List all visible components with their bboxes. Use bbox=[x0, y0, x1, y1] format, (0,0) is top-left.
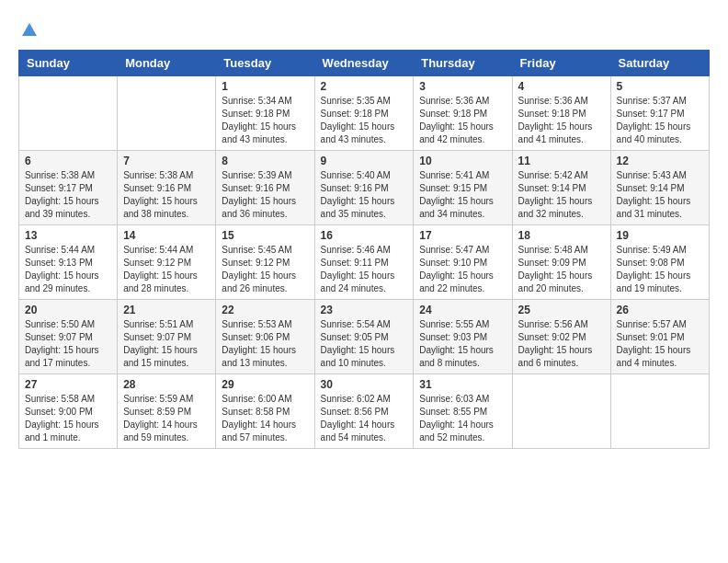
day-info: Sunrise: 6:03 AM Sunset: 8:55 PM Dayligh… bbox=[419, 393, 506, 444]
calendar-cell: 22Sunrise: 5:53 AM Sunset: 9:06 PM Dayli… bbox=[216, 300, 314, 374]
day-info: Sunrise: 5:46 AM Sunset: 9:11 PM Dayligh… bbox=[321, 244, 408, 295]
logo-icon bbox=[20, 21, 39, 40]
day-number: 2 bbox=[321, 80, 408, 93]
day-number: 24 bbox=[419, 304, 506, 316]
calendar-cell: 2Sunrise: 5:35 AM Sunset: 9:18 PM Daylig… bbox=[314, 76, 414, 151]
day-info: Sunrise: 5:55 AM Sunset: 9:03 PM Dayligh… bbox=[419, 318, 506, 370]
calendar-cell bbox=[19, 76, 118, 151]
calendar-cell: 9Sunrise: 5:40 AM Sunset: 9:16 PM Daylig… bbox=[314, 151, 414, 225]
logo-text bbox=[18, 18, 39, 40]
day-number: 26 bbox=[617, 304, 703, 316]
calendar-cell: 12Sunrise: 5:43 AM Sunset: 9:14 PM Dayli… bbox=[610, 151, 709, 225]
calendar-cell: 25Sunrise: 5:56 AM Sunset: 9:02 PM Dayli… bbox=[512, 300, 610, 374]
calendar-cell: 13Sunrise: 5:44 AM Sunset: 9:13 PM Dayli… bbox=[19, 225, 118, 300]
day-info: Sunrise: 5:45 AM Sunset: 9:12 PM Dayligh… bbox=[222, 244, 308, 295]
calendar-cell: 29Sunrise: 6:00 AM Sunset: 8:58 PM Dayli… bbox=[216, 374, 314, 449]
day-number: 14 bbox=[123, 229, 210, 242]
day-info: Sunrise: 6:02 AM Sunset: 8:56 PM Dayligh… bbox=[321, 393, 408, 444]
weekday-header: Sunday bbox=[19, 51, 118, 76]
day-info: Sunrise: 5:53 AM Sunset: 9:06 PM Dayligh… bbox=[222, 318, 308, 370]
calendar-cell: 10Sunrise: 5:41 AM Sunset: 9:15 PM Dayli… bbox=[414, 151, 512, 225]
calendar-cell: 24Sunrise: 5:55 AM Sunset: 9:03 PM Dayli… bbox=[414, 300, 512, 374]
day-number: 3 bbox=[419, 80, 506, 93]
logo bbox=[18, 18, 39, 40]
day-info: Sunrise: 5:50 AM Sunset: 9:07 PM Dayligh… bbox=[25, 318, 111, 370]
header bbox=[18, 18, 710, 40]
calendar-cell: 18Sunrise: 5:48 AM Sunset: 9:09 PM Dayli… bbox=[512, 225, 610, 300]
day-info: Sunrise: 5:44 AM Sunset: 9:13 PM Dayligh… bbox=[25, 244, 111, 295]
calendar-header-row: SundayMondayTuesdayWednesdayThursdayFrid… bbox=[19, 51, 710, 76]
day-number: 21 bbox=[123, 304, 210, 316]
weekday-header: Wednesday bbox=[314, 51, 414, 76]
calendar-table: SundayMondayTuesdayWednesdayThursdayFrid… bbox=[18, 50, 710, 449]
day-number: 7 bbox=[123, 155, 210, 167]
day-number: 8 bbox=[222, 155, 308, 167]
weekday-header: Tuesday bbox=[216, 51, 314, 76]
day-info: Sunrise: 5:38 AM Sunset: 9:17 PM Dayligh… bbox=[25, 169, 111, 221]
day-info: Sunrise: 5:42 AM Sunset: 9:14 PM Dayligh… bbox=[518, 169, 605, 221]
calendar-cell: 5Sunrise: 5:37 AM Sunset: 9:17 PM Daylig… bbox=[610, 76, 709, 151]
day-number: 30 bbox=[321, 378, 408, 391]
calendar-cell: 30Sunrise: 6:02 AM Sunset: 8:56 PM Dayli… bbox=[314, 374, 414, 449]
calendar-week-row: 27Sunrise: 5:58 AM Sunset: 9:00 PM Dayli… bbox=[19, 374, 710, 449]
calendar-cell: 21Sunrise: 5:51 AM Sunset: 9:07 PM Dayli… bbox=[118, 300, 216, 374]
calendar-week-row: 13Sunrise: 5:44 AM Sunset: 9:13 PM Dayli… bbox=[19, 225, 710, 300]
day-info: Sunrise: 5:36 AM Sunset: 9:18 PM Dayligh… bbox=[419, 95, 506, 146]
day-number: 13 bbox=[25, 229, 111, 242]
day-info: Sunrise: 5:56 AM Sunset: 9:02 PM Dayligh… bbox=[518, 318, 605, 370]
day-number: 19 bbox=[617, 229, 703, 242]
calendar-cell: 4Sunrise: 5:36 AM Sunset: 9:18 PM Daylig… bbox=[512, 76, 610, 151]
day-info: Sunrise: 5:40 AM Sunset: 9:16 PM Dayligh… bbox=[321, 169, 408, 221]
weekday-header: Thursday bbox=[414, 51, 512, 76]
day-info: Sunrise: 5:35 AM Sunset: 9:18 PM Dayligh… bbox=[321, 95, 408, 146]
day-number: 4 bbox=[518, 80, 605, 93]
day-number: 16 bbox=[321, 229, 408, 242]
day-number: 22 bbox=[222, 304, 308, 316]
day-info: Sunrise: 5:54 AM Sunset: 9:05 PM Dayligh… bbox=[321, 318, 408, 370]
day-number: 5 bbox=[617, 80, 703, 93]
day-info: Sunrise: 5:38 AM Sunset: 9:16 PM Dayligh… bbox=[123, 169, 210, 221]
day-number: 15 bbox=[222, 229, 308, 242]
day-info: Sunrise: 5:39 AM Sunset: 9:16 PM Dayligh… bbox=[222, 169, 308, 221]
calendar-cell: 11Sunrise: 5:42 AM Sunset: 9:14 PM Dayli… bbox=[512, 151, 610, 225]
calendar-cell: 15Sunrise: 5:45 AM Sunset: 9:12 PM Dayli… bbox=[216, 225, 314, 300]
day-number: 11 bbox=[518, 155, 605, 167]
day-number: 18 bbox=[518, 229, 605, 242]
calendar-cell: 16Sunrise: 5:46 AM Sunset: 9:11 PM Dayli… bbox=[314, 225, 414, 300]
day-number: 20 bbox=[25, 304, 111, 316]
calendar-week-row: 1Sunrise: 5:34 AM Sunset: 9:18 PM Daylig… bbox=[19, 76, 710, 151]
calendar-cell bbox=[610, 374, 709, 449]
day-number: 25 bbox=[518, 304, 605, 316]
day-number: 1 bbox=[222, 80, 308, 93]
weekday-header: Friday bbox=[512, 51, 610, 76]
day-number: 29 bbox=[222, 378, 308, 391]
calendar-cell: 27Sunrise: 5:58 AM Sunset: 9:00 PM Dayli… bbox=[19, 374, 118, 449]
weekday-header: Monday bbox=[118, 51, 216, 76]
day-info: Sunrise: 5:34 AM Sunset: 9:18 PM Dayligh… bbox=[222, 95, 308, 146]
calendar-cell bbox=[512, 374, 610, 449]
weekday-header: Saturday bbox=[610, 51, 709, 76]
calendar-cell: 23Sunrise: 5:54 AM Sunset: 9:05 PM Dayli… bbox=[314, 300, 414, 374]
calendar-week-row: 6Sunrise: 5:38 AM Sunset: 9:17 PM Daylig… bbox=[19, 151, 710, 225]
day-info: Sunrise: 5:59 AM Sunset: 8:59 PM Dayligh… bbox=[123, 393, 210, 444]
calendar-cell: 28Sunrise: 5:59 AM Sunset: 8:59 PM Dayli… bbox=[118, 374, 216, 449]
calendar-cell: 1Sunrise: 5:34 AM Sunset: 9:18 PM Daylig… bbox=[216, 76, 314, 151]
calendar-cell: 8Sunrise: 5:39 AM Sunset: 9:16 PM Daylig… bbox=[216, 151, 314, 225]
day-info: Sunrise: 5:47 AM Sunset: 9:10 PM Dayligh… bbox=[419, 244, 506, 295]
calendar-cell: 7Sunrise: 5:38 AM Sunset: 9:16 PM Daylig… bbox=[118, 151, 216, 225]
day-info: Sunrise: 5:49 AM Sunset: 9:08 PM Dayligh… bbox=[617, 244, 703, 295]
calendar-cell: 14Sunrise: 5:44 AM Sunset: 9:12 PM Dayli… bbox=[118, 225, 216, 300]
calendar-cell: 6Sunrise: 5:38 AM Sunset: 9:17 PM Daylig… bbox=[19, 151, 118, 225]
calendar-cell: 31Sunrise: 6:03 AM Sunset: 8:55 PM Dayli… bbox=[414, 374, 512, 449]
day-number: 31 bbox=[419, 378, 506, 391]
calendar-cell bbox=[118, 76, 216, 151]
day-info: Sunrise: 5:48 AM Sunset: 9:09 PM Dayligh… bbox=[518, 244, 605, 295]
day-number: 12 bbox=[617, 155, 703, 167]
calendar-cell: 20Sunrise: 5:50 AM Sunset: 9:07 PM Dayli… bbox=[19, 300, 118, 374]
day-info: Sunrise: 5:58 AM Sunset: 9:00 PM Dayligh… bbox=[25, 393, 111, 444]
day-info: Sunrise: 5:51 AM Sunset: 9:07 PM Dayligh… bbox=[123, 318, 210, 370]
calendar-cell: 26Sunrise: 5:57 AM Sunset: 9:01 PM Dayli… bbox=[610, 300, 709, 374]
day-number: 9 bbox=[321, 155, 408, 167]
svg-marker-0 bbox=[22, 23, 37, 36]
calendar-week-row: 20Sunrise: 5:50 AM Sunset: 9:07 PM Dayli… bbox=[19, 300, 710, 374]
